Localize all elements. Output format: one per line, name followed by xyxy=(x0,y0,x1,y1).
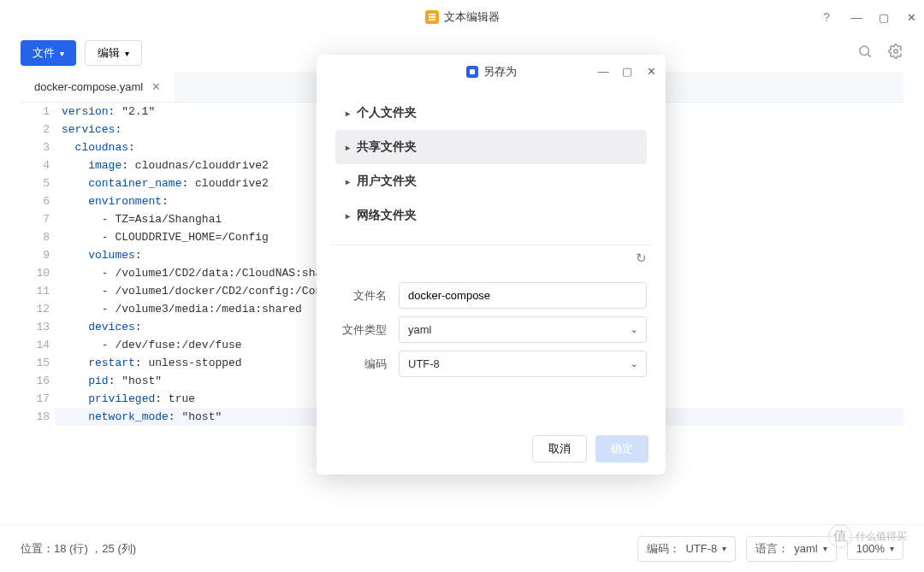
dialog-titlebar: 另存为 — ▢ ✕ xyxy=(317,55,666,89)
dialog-maximize-icon[interactable]: ▢ xyxy=(621,65,633,77)
line-number: 7 xyxy=(21,210,50,228)
dialog-close-icon[interactable]: ✕ xyxy=(645,65,657,77)
line-number: 10 xyxy=(21,264,50,282)
edit-menu-label: 编辑 xyxy=(98,45,120,61)
line-number: 18 xyxy=(21,408,50,426)
gutter: 123456789101112131415161718 xyxy=(21,103,62,492)
file-menu-button[interactable]: 文件 ▾ xyxy=(21,40,76,66)
confirm-button[interactable]: 确定 xyxy=(595,435,649,463)
app-title: 文本编辑器 xyxy=(444,9,500,25)
minimize-icon[interactable]: — xyxy=(850,11,862,23)
statusbar: 位置：18 (行) ，25 (列) 编码：UTF-8 ▾ 语言：yaml ▾ 1… xyxy=(0,524,924,572)
save-as-dialog: 另存为 — ▢ ✕ ▸个人文件夹▸共享文件夹▸用户文件夹▸网络文件夹 ↻ 文件名… xyxy=(317,55,666,475)
line-number: 5 xyxy=(21,174,50,192)
dialog-title: 另存为 xyxy=(483,64,517,80)
close-tab-icon[interactable]: ✕ xyxy=(151,80,161,93)
cancel-button[interactable]: 取消 xyxy=(532,435,587,463)
line-number: 3 xyxy=(21,139,50,156)
line-number: 13 xyxy=(21,318,50,336)
line-number: 2 xyxy=(21,121,50,139)
language-select[interactable]: 语言：yaml ▾ xyxy=(746,536,836,562)
expand-icon: ▸ xyxy=(346,143,350,152)
folder-row[interactable]: ▸共享文件夹 xyxy=(335,130,647,164)
filetype-select[interactable]: yaml ⌄ xyxy=(399,316,647,343)
refresh-icon[interactable]: ↻ xyxy=(636,251,647,266)
chevron-down-icon: ▾ xyxy=(722,544,726,553)
file-menu-label: 文件 xyxy=(33,45,55,61)
folder-label: 个人文件夹 xyxy=(357,105,417,121)
chevron-down-icon: ⌄ xyxy=(631,359,637,369)
folder-row[interactable]: ▸个人文件夹 xyxy=(335,96,647,130)
line-number: 16 xyxy=(21,372,50,390)
titlebar: 文本编辑器 ? — ▢ ✕ xyxy=(0,0,924,34)
svg-point-0 xyxy=(860,46,869,56)
line-number: 12 xyxy=(21,300,50,318)
svg-point-2 xyxy=(894,50,898,54)
line-number: 6 xyxy=(21,192,50,210)
line-number: 14 xyxy=(21,336,50,354)
filename-input[interactable] xyxy=(399,282,647,309)
tab-file[interactable]: docker-compose.yaml ✕ xyxy=(21,72,175,102)
svg-line-1 xyxy=(868,54,870,56)
watermark: 值 什么值得买 xyxy=(828,524,907,548)
expand-icon: ▸ xyxy=(346,109,350,118)
filetype-label: 文件类型 xyxy=(335,322,387,338)
app-icon xyxy=(425,10,439,24)
encoding-select[interactable]: UTF-8 ⌄ xyxy=(399,351,647,377)
encoding-label: 编码 xyxy=(335,357,387,372)
filename-field[interactable] xyxy=(408,289,637,302)
chevron-down-icon: ▾ xyxy=(60,49,64,58)
folder-row[interactable]: ▸网络文件夹 xyxy=(335,198,647,233)
gear-icon[interactable] xyxy=(888,44,903,62)
line-number: 4 xyxy=(21,156,50,174)
chevron-down-icon: ▾ xyxy=(823,544,827,553)
expand-icon: ▸ xyxy=(346,211,350,221)
line-number: 1 xyxy=(21,103,50,121)
position-label: 位置：18 (行) ，25 (列) xyxy=(21,541,136,557)
line-number: 11 xyxy=(21,282,50,300)
search-icon[interactable] xyxy=(857,44,873,62)
edit-menu-button[interactable]: 编辑 ▾ xyxy=(85,40,142,66)
line-number: 8 xyxy=(21,228,50,246)
filename-label: 文件名 xyxy=(335,288,387,304)
line-number: 15 xyxy=(21,354,50,372)
folder-icon xyxy=(466,66,478,78)
folder-row[interactable]: ▸用户文件夹 xyxy=(335,164,647,198)
help-icon[interactable]: ? xyxy=(823,10,830,24)
line-number: 17 xyxy=(21,390,50,408)
close-icon[interactable]: ✕ xyxy=(905,11,917,23)
chevron-down-icon: ▾ xyxy=(125,49,129,58)
tab-label: docker-compose.yaml xyxy=(34,80,143,93)
encoding-select[interactable]: 编码：UTF-8 ▾ xyxy=(637,536,736,562)
folder-label: 用户文件夹 xyxy=(357,174,417,189)
chevron-down-icon: ⌄ xyxy=(631,325,637,334)
expand-icon: ▸ xyxy=(346,177,350,186)
folder-label: 网络文件夹 xyxy=(357,208,417,223)
line-number: 9 xyxy=(21,246,50,264)
maximize-icon[interactable]: ▢ xyxy=(878,11,890,23)
folder-label: 共享文件夹 xyxy=(357,139,417,155)
dialog-minimize-icon[interactable]: — xyxy=(597,65,609,77)
